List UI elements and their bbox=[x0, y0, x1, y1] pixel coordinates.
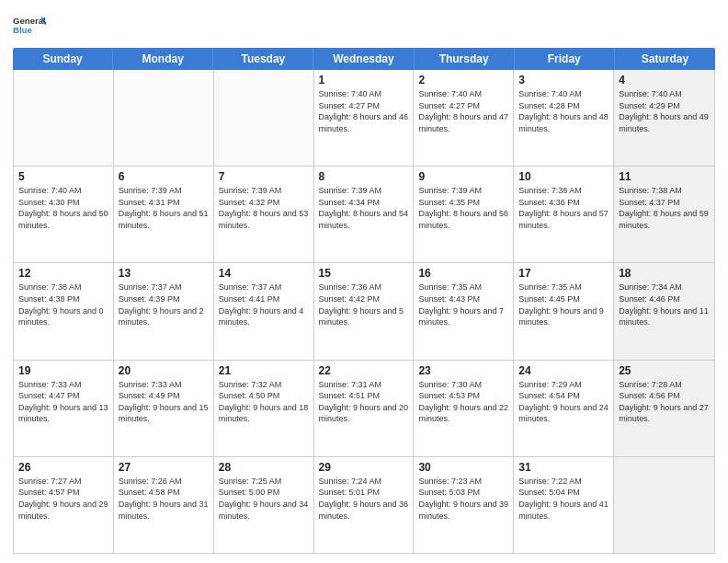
cell-info: Sunrise: 7:23 AM Sunset: 5:03 PM Dayligh… bbox=[418, 476, 508, 522]
day-number: 10 bbox=[518, 170, 609, 183]
cal-cell: 9Sunrise: 7:39 AM Sunset: 4:35 PM Daylig… bbox=[414, 167, 514, 262]
cell-info: Sunrise: 7:26 AM Sunset: 4:58 PM Dayligh… bbox=[119, 476, 209, 522]
cal-cell bbox=[14, 70, 114, 166]
cell-info: Sunrise: 7:38 AM Sunset: 4:37 PM Dayligh… bbox=[619, 185, 710, 231]
calendar: SundayMondayTuesdayWednesdayThursdayFrid… bbox=[13, 48, 715, 554]
cell-info: Sunrise: 7:38 AM Sunset: 4:38 PM Dayligh… bbox=[18, 282, 108, 327]
week-row-0: 1Sunrise: 7:40 AM Sunset: 4:27 PM Daylig… bbox=[14, 70, 714, 167]
cal-cell bbox=[614, 457, 714, 553]
cell-info: Sunrise: 7:22 AM Sunset: 5:04 PM Dayligh… bbox=[518, 476, 609, 522]
day-number: 9 bbox=[418, 170, 508, 183]
cal-cell: 8Sunrise: 7:39 AM Sunset: 4:34 PM Daylig… bbox=[314, 167, 415, 262]
cal-cell: 29Sunrise: 7:24 AM Sunset: 5:01 PM Dayli… bbox=[314, 457, 415, 553]
cell-info: Sunrise: 7:28 AM Sunset: 4:56 PM Dayligh… bbox=[619, 379, 710, 425]
header-day-tuesday: Tuesday bbox=[213, 48, 313, 70]
day-number: 17 bbox=[518, 267, 609, 280]
day-number: 21 bbox=[219, 364, 309, 377]
day-number: 13 bbox=[119, 267, 209, 280]
cell-info: Sunrise: 7:35 AM Sunset: 4:45 PM Dayligh… bbox=[518, 282, 609, 327]
header: General Blue bbox=[13, 9, 715, 42]
day-number: 5 bbox=[18, 170, 108, 183]
cell-info: Sunrise: 7:37 AM Sunset: 4:39 PM Dayligh… bbox=[119, 282, 209, 327]
cell-info: Sunrise: 7:40 AM Sunset: 4:29 PM Dayligh… bbox=[619, 88, 710, 134]
cal-cell: 20Sunrise: 7:33 AM Sunset: 4:49 PM Dayli… bbox=[114, 361, 214, 456]
svg-text:Blue: Blue bbox=[13, 25, 32, 35]
cal-cell: 10Sunrise: 7:38 AM Sunset: 4:36 PM Dayli… bbox=[514, 167, 614, 262]
cell-info: Sunrise: 7:31 AM Sunset: 4:51 PM Dayligh… bbox=[319, 379, 409, 425]
cal-cell: 11Sunrise: 7:38 AM Sunset: 4:37 PM Dayli… bbox=[614, 167, 714, 262]
cal-cell: 3Sunrise: 7:40 AM Sunset: 4:28 PM Daylig… bbox=[514, 70, 614, 166]
cell-info: Sunrise: 7:33 AM Sunset: 4:49 PM Dayligh… bbox=[119, 379, 209, 425]
cal-cell: 4Sunrise: 7:40 AM Sunset: 4:29 PM Daylig… bbox=[614, 70, 714, 166]
day-number: 18 bbox=[619, 267, 710, 280]
cell-info: Sunrise: 7:39 AM Sunset: 4:31 PM Dayligh… bbox=[119, 185, 209, 231]
day-number: 3 bbox=[518, 74, 609, 86]
day-number: 11 bbox=[619, 170, 710, 183]
cal-cell: 23Sunrise: 7:30 AM Sunset: 4:53 PM Dayli… bbox=[414, 361, 514, 456]
cell-info: Sunrise: 7:39 AM Sunset: 4:34 PM Dayligh… bbox=[319, 185, 409, 231]
logo: General Blue bbox=[13, 9, 46, 42]
day-number: 7 bbox=[219, 170, 309, 183]
cell-info: Sunrise: 7:40 AM Sunset: 4:28 PM Dayligh… bbox=[518, 88, 609, 134]
svg-text:General: General bbox=[13, 16, 46, 26]
cell-info: Sunrise: 7:40 AM Sunset: 4:27 PM Dayligh… bbox=[319, 88, 409, 134]
cell-info: Sunrise: 7:24 AM Sunset: 5:01 PM Dayligh… bbox=[319, 476, 409, 522]
header-day-monday: Monday bbox=[113, 48, 213, 70]
cell-info: Sunrise: 7:29 AM Sunset: 4:54 PM Dayligh… bbox=[518, 379, 609, 425]
cal-cell bbox=[214, 70, 314, 166]
cal-cell: 26Sunrise: 7:27 AM Sunset: 4:57 PM Dayli… bbox=[14, 457, 114, 553]
logo-area: General Blue bbox=[13, 9, 46, 42]
day-number: 22 bbox=[319, 364, 409, 377]
day-number: 23 bbox=[418, 364, 508, 377]
cell-info: Sunrise: 7:36 AM Sunset: 4:42 PM Dayligh… bbox=[319, 282, 409, 327]
cal-cell: 18Sunrise: 7:34 AM Sunset: 4:46 PM Dayli… bbox=[614, 263, 714, 359]
cell-info: Sunrise: 7:34 AM Sunset: 4:46 PM Dayligh… bbox=[619, 282, 710, 327]
cell-info: Sunrise: 7:35 AM Sunset: 4:43 PM Dayligh… bbox=[418, 282, 508, 327]
day-number: 4 bbox=[619, 74, 710, 86]
header-day-wednesday: Wednesday bbox=[313, 48, 414, 70]
cal-cell: 2Sunrise: 7:40 AM Sunset: 4:27 PM Daylig… bbox=[414, 70, 514, 166]
day-number: 30 bbox=[418, 461, 508, 474]
day-number: 28 bbox=[219, 461, 309, 474]
cal-cell: 13Sunrise: 7:37 AM Sunset: 4:39 PM Dayli… bbox=[114, 263, 214, 359]
cal-cell: 5Sunrise: 7:40 AM Sunset: 4:30 PM Daylig… bbox=[14, 167, 114, 262]
cal-cell: 16Sunrise: 7:35 AM Sunset: 4:43 PM Dayli… bbox=[414, 263, 514, 359]
day-number: 1 bbox=[319, 74, 409, 86]
day-number: 25 bbox=[619, 364, 710, 377]
week-row-2: 12Sunrise: 7:38 AM Sunset: 4:38 PM Dayli… bbox=[14, 263, 714, 360]
header-day-sunday: Sunday bbox=[13, 48, 113, 70]
day-number: 27 bbox=[119, 461, 209, 474]
cell-info: Sunrise: 7:32 AM Sunset: 4:50 PM Dayligh… bbox=[219, 379, 309, 425]
cal-cell: 14Sunrise: 7:37 AM Sunset: 4:41 PM Dayli… bbox=[214, 263, 314, 359]
cal-cell: 25Sunrise: 7:28 AM Sunset: 4:56 PM Dayli… bbox=[614, 361, 714, 456]
day-number: 20 bbox=[119, 364, 209, 377]
cell-info: Sunrise: 7:39 AM Sunset: 4:35 PM Dayligh… bbox=[418, 185, 508, 231]
cell-info: Sunrise: 7:33 AM Sunset: 4:47 PM Dayligh… bbox=[18, 379, 108, 425]
day-number: 2 bbox=[418, 74, 508, 86]
cal-cell: 6Sunrise: 7:39 AM Sunset: 4:31 PM Daylig… bbox=[114, 167, 214, 262]
cal-cell: 12Sunrise: 7:38 AM Sunset: 4:38 PM Dayli… bbox=[14, 263, 114, 359]
cell-info: Sunrise: 7:38 AM Sunset: 4:36 PM Dayligh… bbox=[518, 185, 609, 231]
cal-cell: 31Sunrise: 7:22 AM Sunset: 5:04 PM Dayli… bbox=[514, 457, 614, 553]
day-number: 19 bbox=[18, 364, 108, 377]
day-number: 16 bbox=[418, 267, 508, 280]
header-day-thursday: Thursday bbox=[415, 48, 515, 70]
day-number: 15 bbox=[319, 267, 409, 280]
cal-cell: 15Sunrise: 7:36 AM Sunset: 4:42 PM Dayli… bbox=[314, 263, 415, 359]
cell-info: Sunrise: 7:30 AM Sunset: 4:53 PM Dayligh… bbox=[418, 379, 508, 425]
header-day-saturday: Saturday bbox=[615, 48, 715, 70]
day-number: 31 bbox=[518, 461, 609, 474]
week-row-3: 19Sunrise: 7:33 AM Sunset: 4:47 PM Dayli… bbox=[14, 361, 714, 457]
header-day-friday: Friday bbox=[515, 48, 615, 70]
cal-cell: 7Sunrise: 7:39 AM Sunset: 4:32 PM Daylig… bbox=[214, 167, 314, 262]
cal-cell: 19Sunrise: 7:33 AM Sunset: 4:47 PM Dayli… bbox=[14, 361, 114, 456]
logo-icon: General Blue bbox=[13, 9, 46, 42]
day-number: 29 bbox=[319, 461, 409, 474]
cal-cell: 30Sunrise: 7:23 AM Sunset: 5:03 PM Dayli… bbox=[414, 457, 514, 553]
calendar-header: SundayMondayTuesdayWednesdayThursdayFrid… bbox=[13, 48, 715, 70]
calendar-body: 1Sunrise: 7:40 AM Sunset: 4:27 PM Daylig… bbox=[13, 70, 715, 554]
cal-cell: 1Sunrise: 7:40 AM Sunset: 4:27 PM Daylig… bbox=[314, 70, 415, 166]
cal-cell: 28Sunrise: 7:25 AM Sunset: 5:00 PM Dayli… bbox=[214, 457, 314, 553]
cal-cell: 24Sunrise: 7:29 AM Sunset: 4:54 PM Dayli… bbox=[514, 361, 614, 456]
cell-info: Sunrise: 7:27 AM Sunset: 4:57 PM Dayligh… bbox=[18, 476, 108, 522]
